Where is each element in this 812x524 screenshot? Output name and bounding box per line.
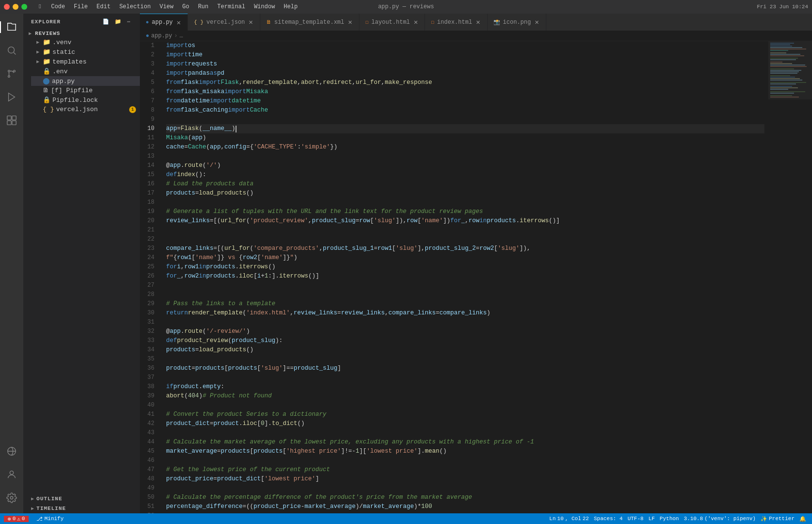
code-line-13 <box>166 152 764 161</box>
tab-layout[interactable]: ☐ layout.html ✕ <box>359 14 425 31</box>
code-line-7: from datetime import datetime <box>166 97 764 106</box>
menu-go[interactable]: Go <box>178 2 193 11</box>
menu-run[interactable]: Run <box>194 2 213 11</box>
breadcrumb-filename[interactable]: app.py <box>151 33 172 39</box>
status-encoding[interactable]: UTF-8 <box>626 516 645 522</box>
tab-verceljson[interactable]: { } vercel.json ✕ <box>188 14 260 31</box>
close-button[interactable] <box>4 4 10 10</box>
timeline-panel[interactable]: ▶ TIMELINE <box>23 504 140 513</box>
code-editor[interactable]: 1 2 3 4 5 6 7 8 9 10 11 12 13 14 15 16 1… <box>140 41 812 513</box>
status-git[interactable]: ⎇ Minify <box>34 516 66 522</box>
tab-close-layout[interactable]: ✕ <box>413 18 419 26</box>
bell-icon: 🔔 <box>799 516 806 522</box>
activity-source-control[interactable] <box>0 62 23 85</box>
outline-panel[interactable]: ▶ OUTLINE <box>23 494 140 504</box>
file-pipfile[interactable]: 🗎 [f] Pipfile <box>31 86 140 95</box>
ln-33: 33 <box>140 336 158 345</box>
titlebar:  Code File Edit Selection View Go Run T… <box>0 0 812 14</box>
code-line-34: products = load_products() <box>166 345 764 355</box>
menu-help[interactable]: Help <box>280 2 302 11</box>
folder-venv[interactable]: ▶ 📁 .venv <box>31 37 140 47</box>
code-line-29: # Pass the links to a template <box>166 299 764 309</box>
folder-icon-venv: 📁 <box>43 38 51 46</box>
minimize-button[interactable] <box>13 4 18 10</box>
tab-index[interactable]: ☐ index.html ✕ <box>425 14 487 31</box>
code-line-18 <box>166 198 764 207</box>
code-content[interactable]: import os import time import requests im… <box>162 41 768 513</box>
status-errors[interactable]: ⊗ 0 ⚠ 0 <box>4 516 29 522</box>
activity-search[interactable] <box>0 39 23 62</box>
svg-marker-5 <box>9 93 15 101</box>
tab-sitemap[interactable]: 🗎 sitemap_template.xml ✕ <box>260 14 359 31</box>
status-prettier[interactable]: ✨ Prettier <box>759 516 796 522</box>
svg-rect-7 <box>12 116 16 120</box>
breadcrumb-symbol[interactable]: … <box>180 33 183 39</box>
outline-label: OUTLINE <box>36 496 62 502</box>
tab-close-apppy[interactable]: ✕ <box>176 18 182 27</box>
status-right: Ln 10 , Col 22 Spaces: 4 UTF-8 LF Python… <box>547 516 808 522</box>
tab-label-apppy: app.py <box>152 19 173 26</box>
tabs-bar: ● app.py ✕ { } vercel.json ✕ 🗎 sitemap_t… <box>140 14 812 31</box>
status-python-version[interactable]: 3.10.8 ('venv': pipenv) <box>682 516 758 522</box>
new-file-icon[interactable]: 📄 <box>101 17 111 26</box>
tab-close-verceljson[interactable]: ✕ <box>248 18 254 26</box>
code-line-9 <box>166 115 764 124</box>
activity-extensions[interactable] <box>0 109 23 132</box>
sidebar-bottom: ▶ OUTLINE ▶ TIMELINE <box>23 494 140 513</box>
activity-bar <box>0 14 23 513</box>
tab-apppy[interactable]: ● app.py ✕ <box>140 14 188 31</box>
menu-window[interactable]: Window <box>250 2 279 11</box>
activity-run-debug[interactable] <box>0 85 23 109</box>
status-ln-col[interactable]: Ln 10 , Col 22 <box>547 516 591 522</box>
code-line-10: app = Flask(__name__) <box>166 124 764 133</box>
collapse-icon[interactable]: ⋯ <box>125 17 132 26</box>
ln-12: 12 <box>140 143 158 152</box>
sidebar-header-icons: 📄 📁 ⋯ <box>101 17 132 26</box>
ln-38: 38 <box>140 382 158 392</box>
python-version-val: 3.10.8 <box>684 516 703 522</box>
ln-49: 49 <box>140 484 158 493</box>
project-root-folder[interactable]: ▶ REVIEWS <box>23 30 140 37</box>
menu-edit[interactable]: Edit <box>93 2 115 11</box>
code-line-50: # Calculate the percentage difference of… <box>166 493 764 502</box>
prettier-icon: ✨ <box>761 516 767 522</box>
status-language[interactable]: Python <box>658 516 681 522</box>
sidebar-header: Explorer 📄 📁 ⋯ <box>23 14 140 30</box>
status-spaces[interactable]: Spaces: 4 <box>592 516 625 522</box>
timeline-label: TIMELINE <box>36 506 66 511</box>
menu-code[interactable]: Code <box>47 2 69 11</box>
menu-apple[interactable]:  <box>35 2 46 11</box>
activity-settings[interactable] <box>0 486 23 509</box>
titlebar-right: Fri 23 Jun 10:24 <box>757 4 808 10</box>
ln-1: 1 <box>140 41 158 50</box>
maximize-button[interactable] <box>21 4 27 10</box>
ln-25: 25 <box>140 262 158 272</box>
menu-file[interactable]: File <box>70 2 92 11</box>
tab-close-iconpng[interactable]: ✕ <box>534 18 540 26</box>
file-verceljson[interactable]: { } vercel.json 1 <box>31 105 140 114</box>
file-apppy[interactable]: ⬤ app.py <box>31 76 140 86</box>
activity-remote[interactable] <box>0 440 23 463</box>
tab-close-index[interactable]: ✕ <box>475 18 481 26</box>
menu-terminal[interactable]: Terminal <box>213 2 249 11</box>
tab-icon[interactable]: 📸 icon.png ✕ <box>488 14 546 31</box>
file-piplock[interactable]: 🔒 Pipfile.lock <box>31 95 140 105</box>
code-line-31 <box>166 318 764 327</box>
svg-line-1 <box>14 52 16 54</box>
main-container: Explorer 📄 📁 ⋯ ▶ REVIEWS ▶ 📁 .venv ▶ <box>0 14 812 513</box>
tab-close-sitemap[interactable]: ✕ <box>347 18 353 26</box>
activity-explorer[interactable] <box>0 16 23 39</box>
code-line-6: from flask_misaka import Misaka <box>166 87 764 97</box>
lock-icon-env: 🔒 <box>43 67 51 75</box>
code-line-28 <box>166 290 764 299</box>
error-count: 0 <box>13 516 16 522</box>
status-line-ending[interactable]: LF <box>646 516 657 522</box>
folder-static[interactable]: ▶ 📁 static <box>31 47 140 57</box>
folder-templates[interactable]: ▶ 📁 templates <box>31 57 140 66</box>
status-bell[interactable]: 🔔 <box>797 516 808 522</box>
activity-accounts[interactable] <box>0 463 23 486</box>
menu-selection[interactable]: Selection <box>116 2 155 11</box>
file-env[interactable]: 🔒 .env <box>31 66 140 76</box>
new-folder-icon[interactable]: 📁 <box>113 17 123 26</box>
menu-view[interactable]: View <box>155 2 177 11</box>
